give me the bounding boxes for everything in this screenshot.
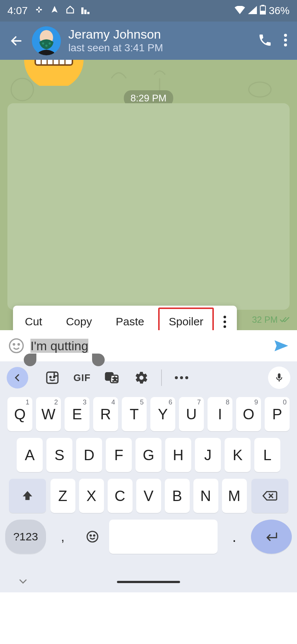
svg-point-29 bbox=[10, 339, 23, 353]
context-more[interactable] bbox=[216, 306, 234, 330]
svg-rect-9 bbox=[261, 11, 265, 13]
chat-messages[interactable]: 8:29 PM 32 PM Cut Copy Paste Spoiler bbox=[0, 60, 297, 330]
svg-point-30 bbox=[13, 344, 15, 345]
svg-rect-32 bbox=[47, 372, 58, 383]
key-c[interactable]: C bbox=[108, 479, 133, 513]
kb-back-button[interactable] bbox=[7, 367, 28, 388]
key-m[interactable]: M bbox=[222, 479, 247, 513]
contact-name[interactable]: Jeramy Johnson bbox=[68, 27, 258, 41]
symbols-key[interactable]: ?123 bbox=[5, 520, 46, 554]
svg-rect-5 bbox=[84, 10, 87, 14]
key-q[interactable]: Q1 bbox=[7, 397, 32, 431]
svg-point-34 bbox=[53, 377, 55, 378]
key-t[interactable]: T5 bbox=[122, 397, 147, 431]
text-context-menu: Cut Copy Paste Spoiler bbox=[13, 306, 237, 330]
sticker bbox=[20, 60, 87, 86]
status-time: 4:07 bbox=[7, 5, 28, 17]
key-h[interactable]: H bbox=[165, 438, 191, 472]
key-j[interactable]: J bbox=[195, 438, 221, 472]
enter-key[interactable] bbox=[251, 520, 292, 554]
key-a[interactable]: A bbox=[17, 438, 43, 472]
svg-point-19 bbox=[249, 82, 271, 97]
message-bubble[interactable] bbox=[7, 103, 290, 310]
separator bbox=[161, 370, 162, 386]
key-b[interactable]: B bbox=[165, 479, 190, 513]
collapse-keyboard-icon[interactable] bbox=[18, 576, 28, 588]
sticker-icon[interactable] bbox=[39, 367, 66, 389]
key-n[interactable]: N bbox=[193, 479, 218, 513]
svg-point-33 bbox=[50, 377, 51, 378]
key-z[interactable]: Z bbox=[50, 479, 75, 513]
mic-button[interactable] bbox=[268, 367, 290, 389]
key-f[interactable]: F bbox=[106, 438, 132, 472]
message-input[interactable]: I'm qutting bbox=[30, 339, 271, 353]
keyboard-row-1: Q1W2E3R4T5Y6U7I8O9P0 bbox=[5, 397, 292, 431]
key-s[interactable]: S bbox=[46, 438, 72, 472]
key-y[interactable]: Y6 bbox=[150, 397, 175, 431]
gif-button[interactable]: GIF bbox=[68, 367, 96, 389]
send-icon bbox=[50, 5, 59, 17]
call-button[interactable] bbox=[258, 33, 272, 49]
context-copy[interactable]: Copy bbox=[54, 306, 104, 330]
send-button[interactable] bbox=[271, 336, 290, 355]
svg-rect-0 bbox=[36, 9, 38, 10]
key-e[interactable]: E3 bbox=[65, 397, 89, 431]
keyboard-row-3: ZXCVBNM bbox=[5, 479, 292, 513]
back-button[interactable] bbox=[7, 32, 25, 50]
context-spoiler[interactable]: Spoiler bbox=[158, 308, 213, 330]
svg-rect-3 bbox=[38, 10, 40, 13]
settings-icon[interactable] bbox=[128, 367, 155, 389]
svg-point-40 bbox=[90, 535, 91, 536]
nav-bar bbox=[0, 572, 297, 592]
keyboard-row-2: ASDFGHJKL bbox=[5, 438, 292, 472]
key-k[interactable]: K bbox=[225, 438, 251, 472]
key-l[interactable]: L bbox=[254, 438, 280, 472]
svg-point-17 bbox=[284, 43, 287, 46]
svg-point-14 bbox=[45, 45, 48, 47]
bars-icon bbox=[81, 5, 91, 17]
more-button[interactable] bbox=[284, 33, 287, 48]
keyboard-row-4: ?123 , . bbox=[5, 520, 292, 554]
avatar[interactable] bbox=[32, 26, 61, 55]
key-r[interactable]: R4 bbox=[93, 397, 118, 431]
svg-point-16 bbox=[284, 39, 287, 42]
slack-icon bbox=[35, 5, 43, 17]
message-meta: 32 PM bbox=[252, 315, 290, 325]
message-input-bar: I'm qutting bbox=[0, 330, 297, 361]
period-key[interactable]: . bbox=[221, 520, 247, 554]
chat-header: Jeramy Johnson last seen at 3:41 PM bbox=[0, 22, 297, 60]
svg-rect-2 bbox=[38, 7, 40, 9]
svg-text:文: 文 bbox=[113, 377, 117, 381]
context-cut[interactable]: Cut bbox=[13, 306, 54, 330]
emoji-key[interactable] bbox=[79, 520, 105, 554]
battery-percent: 36% bbox=[269, 5, 290, 17]
wifi-icon bbox=[235, 5, 245, 17]
key-p[interactable]: P0 bbox=[265, 397, 290, 431]
key-u[interactable]: U7 bbox=[179, 397, 204, 431]
svg-rect-4 bbox=[81, 7, 84, 14]
shift-key[interactable] bbox=[9, 479, 46, 513]
emoji-button[interactable] bbox=[7, 336, 26, 355]
key-i[interactable]: I8 bbox=[208, 397, 232, 431]
translate-icon[interactable]: G文 bbox=[98, 367, 125, 389]
key-d[interactable]: D bbox=[76, 438, 102, 472]
key-g[interactable]: G bbox=[136, 438, 161, 472]
svg-point-41 bbox=[94, 535, 95, 536]
svg-text:G: G bbox=[107, 374, 111, 380]
backspace-key[interactable] bbox=[251, 479, 288, 513]
svg-point-12 bbox=[42, 42, 44, 45]
selection-handle-right[interactable] bbox=[92, 354, 105, 366]
selected-text: I'm qutting bbox=[30, 339, 88, 353]
key-o[interactable]: O9 bbox=[236, 397, 261, 431]
home-handle[interactable] bbox=[117, 581, 180, 583]
key-v[interactable]: V bbox=[136, 479, 161, 513]
svg-rect-6 bbox=[87, 12, 89, 14]
svg-point-39 bbox=[87, 531, 98, 542]
selection-handle-left[interactable] bbox=[24, 354, 36, 366]
context-paste[interactable]: Paste bbox=[104, 306, 156, 330]
key-w[interactable]: W2 bbox=[36, 397, 61, 431]
key-x[interactable]: X bbox=[79, 479, 104, 513]
space-key[interactable] bbox=[109, 520, 218, 554]
kb-more-icon[interactable] bbox=[168, 367, 195, 389]
comma-key[interactable]: , bbox=[50, 520, 76, 554]
